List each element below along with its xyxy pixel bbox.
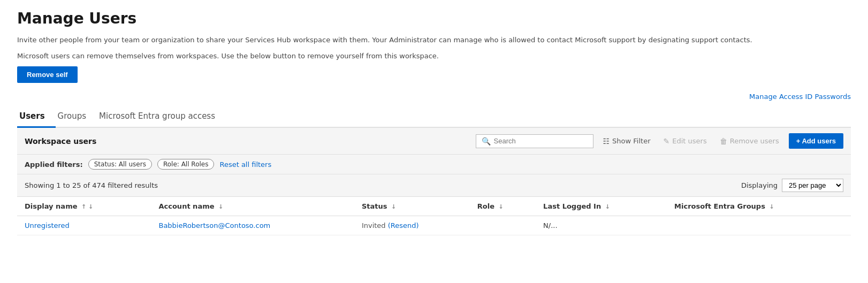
manage-access-id-passwords-link[interactable]: Manage Access ID Passwords: [749, 93, 851, 101]
description2: Microsoft users can remove themselves fr…: [17, 51, 851, 62]
sort-icon-role: ↓: [499, 203, 504, 210]
trash-icon: 🗑: [720, 137, 727, 146]
col-display-name[interactable]: Display name ↑ ↓: [17, 197, 151, 216]
cell-display-name: Unregistered: [17, 216, 151, 235]
reset-filters-link[interactable]: Reset all filters: [219, 160, 271, 169]
displaying-container: Displaying 25 per page 50 per page 100 p…: [741, 179, 843, 192]
per-page-select[interactable]: 25 per page 50 per page 100 per page: [782, 179, 843, 192]
sort-icon-status: ↓: [391, 203, 396, 210]
col-account-name[interactable]: Account name ↓: [151, 197, 354, 216]
results-row: Showing 1 to 25 of 474 filtered results …: [17, 174, 851, 197]
filter-chip-role[interactable]: Role: All Roles: [157, 159, 215, 170]
cell-role: [470, 216, 536, 235]
manage-access-link-container: Manage Access ID Passwords: [17, 93, 851, 101]
tabs-row: Users Groups Microsoft Entra group acces…: [17, 106, 851, 128]
table-scroll: Display name ↑ ↓ Account name ↓ Status ↓: [17, 197, 851, 235]
cell-last-logged-in: N/...: [536, 216, 667, 235]
tab-entra[interactable]: Microsoft Entra group access: [97, 106, 226, 128]
status-resend[interactable]: (Resend): [388, 221, 419, 230]
edit-users-button[interactable]: ✎ Edit users: [660, 135, 710, 148]
sort-icon-account: ↓: [218, 203, 223, 210]
workspace-users-label: Workspace users: [25, 137, 469, 146]
cell-status: Invited (Resend): [354, 216, 470, 235]
col-entra-groups[interactable]: Microsoft Entra Groups ↓: [667, 197, 851, 216]
cell-account-name: BabbieRobertson@Contoso.com: [151, 216, 354, 235]
sort-icon-last-logged: ↓: [605, 203, 610, 210]
search-box: 🔍: [476, 134, 593, 148]
status-value: Invited: [362, 221, 386, 230]
page-container: Manage Users Invite other people from yo…: [0, 0, 868, 235]
account-name-link[interactable]: BabbieRobertson@Contoso.com: [158, 221, 270, 230]
remove-users-button[interactable]: 🗑 Remove users: [717, 135, 782, 148]
toolbar: Workspace users 🔍 ☷ Show Filter ✎ Edit u…: [17, 128, 851, 155]
remove-self-button[interactable]: Remove self: [17, 66, 78, 83]
filter-row: Applied filters: Status: All users Role:…: [17, 155, 851, 174]
tab-groups[interactable]: Groups: [56, 106, 97, 128]
tab-users[interactable]: Users: [17, 106, 56, 128]
sort-icon-entra: ↓: [769, 203, 774, 210]
table-header-row: Display name ↑ ↓ Account name ↓ Status ↓: [17, 197, 851, 216]
page-title: Manage Users: [17, 10, 851, 27]
applied-filters-label: Applied filters:: [25, 160, 83, 169]
col-status[interactable]: Status ↓: [354, 197, 470, 216]
col-role[interactable]: Role ↓: [470, 197, 536, 216]
search-icon: 🔍: [482, 137, 491, 146]
display-name-link[interactable]: Unregistered: [25, 221, 70, 230]
users-table: Display name ↑ ↓ Account name ↓ Status ↓: [17, 197, 851, 235]
displaying-label: Displaying: [741, 181, 778, 189]
filter-chip-status[interactable]: Status: All users: [88, 159, 152, 170]
description1: Invite other people from your team or or…: [17, 35, 851, 45]
sort-asc-icon: ↑ ↓: [81, 203, 93, 210]
table-row: Unregistered BabbieRobertson@Contoso.com…: [17, 216, 851, 235]
filter-icon: ☷: [603, 137, 610, 146]
showing-results-text: Showing 1 to 25 of 474 filtered results: [25, 181, 158, 189]
table-container: Display name ↑ ↓ Account name ↓ Status ↓: [17, 197, 851, 235]
edit-icon: ✎: [664, 137, 670, 146]
add-users-button[interactable]: + Add users: [789, 133, 843, 149]
cell-entra-groups: [667, 216, 851, 235]
col-last-logged-in[interactable]: Last Logged In ↓: [536, 197, 667, 216]
show-filter-button[interactable]: ☷ Show Filter: [600, 135, 654, 148]
search-input[interactable]: [494, 137, 588, 145]
